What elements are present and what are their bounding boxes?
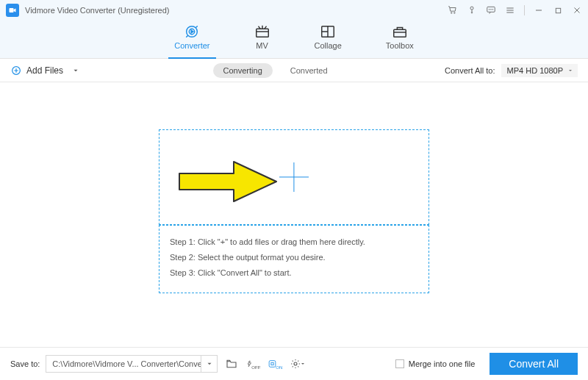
svg-rect-16 [270, 361, 276, 368]
toolbox-icon [392, 24, 408, 40]
merge-label: Merge into one file [409, 359, 476, 368]
svg-rect-11 [256, 29, 268, 37]
step-2: Step 2: Select the output format you des… [170, 250, 418, 265]
tab-label: Collage [315, 41, 342, 50]
cart-icon[interactable] [448, 5, 458, 15]
mv-icon [254, 24, 270, 40]
add-files-button[interactable]: Add Files [10, 65, 79, 76]
steps-panel: Step 1: Click "+" to add files or drag t… [159, 225, 429, 293]
tab-label: MV [256, 41, 268, 50]
close-button[interactable] [572, 5, 582, 15]
hw-on-sub: ON [276, 365, 282, 370]
chevron-down-icon [72, 67, 79, 74]
chevron-down-icon [567, 68, 573, 74]
main-tabs: Converter MV Collage Toolbox [0, 21, 588, 59]
mode-toggle: Converting Converted [213, 63, 338, 78]
plus-circle-icon [10, 65, 22, 76]
maximize-button[interactable] [553, 5, 563, 15]
feedback-icon[interactable] [486, 5, 496, 15]
titlebar-controls [448, 5, 582, 15]
step-1: Step 1: Click "+" to add files or drag t… [170, 234, 418, 250]
svg-point-3 [470, 7, 473, 10]
save-path-box: C:\Vidmore\Vidmore V... Converter\Conver… [46, 355, 218, 373]
convert-all-to: Convert All to: MP4 HD 1080P [445, 64, 578, 77]
actionbar: Add Files Converting Converted Convert A… [0, 59, 588, 82]
hw-accel-on-button[interactable]: ON [268, 356, 284, 372]
key-icon[interactable] [467, 5, 477, 15]
tab-mv[interactable]: MV [248, 21, 276, 59]
save-path-dropdown[interactable] [201, 355, 217, 373]
browse-folder-button[interactable] [223, 356, 240, 372]
settings-button[interactable] [290, 356, 306, 372]
svg-point-1 [451, 12, 452, 14]
convert-all-to-label: Convert All to: [445, 66, 495, 75]
save-path: C:\Vidmore\Vidmore V... Converter\Conver… [46, 359, 201, 368]
tab-collage[interactable]: Collage [309, 21, 348, 59]
converter-icon [184, 24, 200, 40]
menu-icon[interactable] [505, 5, 515, 15]
hw-off-sub: OFF [251, 365, 260, 370]
svg-point-5 [489, 9, 490, 10]
tab-label: Converter [174, 41, 209, 50]
mode-converted[interactable]: Converted [280, 63, 338, 78]
svg-point-6 [491, 9, 492, 10]
svg-rect-13 [394, 29, 406, 37]
svg-rect-0 [10, 8, 14, 12]
checkbox-icon [395, 359, 404, 368]
add-files-label: Add Files [26, 65, 63, 76]
bottombar: Save to: C:\Vidmore\Vidmore V... Convert… [0, 347, 588, 380]
svg-point-2 [454, 12, 456, 14]
merge-checkbox[interactable]: Merge into one file [395, 359, 476, 368]
convert-all-button[interactable]: Convert All [490, 353, 578, 375]
tab-toolbox[interactable]: Toolbox [380, 21, 420, 59]
svg-point-7 [492, 9, 493, 10]
main-area: Step 1: Click "+" to add files or drag t… [0, 82, 588, 347]
tab-converter[interactable]: Converter [168, 21, 215, 59]
tab-label: Toolbox [386, 41, 414, 50]
app-logo [6, 4, 19, 17]
svg-rect-17 [271, 362, 273, 365]
hw-accel-off-button[interactable]: OFF [245, 356, 262, 372]
step-3: Step 3: Click "Convert All" to start. [170, 265, 418, 281]
app-title: Vidmore Video Converter (Unregistered) [25, 6, 448, 15]
output-format-select[interactable]: MP4 HD 1080P [501, 64, 578, 77]
collage-icon [320, 24, 336, 40]
svg-point-18 [294, 362, 297, 365]
format-selected-value: MP4 HD 1080P [507, 66, 563, 75]
separator [524, 5, 525, 15]
minimize-button[interactable] [534, 5, 544, 15]
dropzone[interactable] [159, 129, 429, 225]
add-plus-icon [279, 162, 309, 192]
mode-converting[interactable]: Converting [213, 63, 273, 78]
titlebar: Vidmore Video Converter (Unregistered) [0, 0, 588, 21]
svg-rect-8 [556, 8, 560, 12]
save-to-label: Save to: [10, 359, 40, 368]
